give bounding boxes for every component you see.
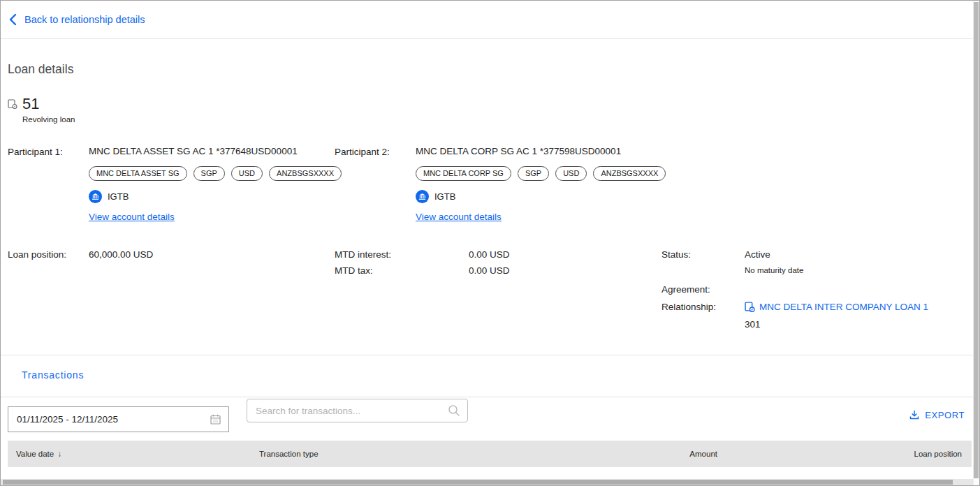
chip-country: SGP [193,166,225,181]
loan-id-value: 51 [22,95,39,112]
chevron-left-icon [9,13,17,26]
download-icon [909,409,920,420]
participant-2-block: Participant 2: MNC DELTA CORP SG AC 1 *3… [335,146,661,223]
loan-details-page: Back to relationship details Loan detail… [0,0,980,486]
participant-2-view-account-link[interactable]: View account details [416,212,502,222]
loan-metrics-row: Loan position: 60,000.00 USD MTD interes… [8,249,979,330]
status-value: Active [745,249,770,260]
page-title: Loan details [8,62,979,77]
chip-bic: ANZBSGSXXXX [269,166,342,181]
vertical-scrollbar-thumb[interactable] [974,2,979,478]
top-bar: Back to relationship details [1,1,979,39]
participant-1-bank-name: IGTB [108,191,129,202]
relationship-document-icon [745,302,755,312]
date-range-input[interactable] [17,414,210,425]
loan-document-icon [8,99,17,109]
column-label: Value date [16,450,54,458]
mtd-tax-value: 0.00 USD [469,265,510,276]
participant-2-label: Participant 2: [335,146,416,223]
participant-1-block: Participant 1: MNC DELTA ASSET SG AC 1 *… [8,146,335,223]
mtd-interest-label: MTD interest: [335,249,469,260]
transactions-search[interactable] [247,399,468,422]
sort-descending-icon: ↓ [57,449,61,459]
vertical-scrollbar[interactable] [973,1,979,485]
participant-2-bank-row: IGTB [416,190,666,203]
column-header-value-date[interactable]: Value date ↓ [8,449,251,459]
horizontal-scrollbar[interactable] [1,479,973,485]
back-link-label: Back to relationship details [24,14,145,25]
loan-position-group: Loan position: 60,000.00 USD [8,249,335,330]
column-header-transaction-type[interactable]: Transaction type [251,450,481,458]
export-button[interactable]: EXPORT [909,406,965,423]
relationship-link[interactable]: MNC DELTA INTER COMPANY LOAN 1 [745,302,928,312]
mtd-group: MTD interest: 0.00 USD MTD tax: 0.00 USD [335,249,661,330]
participant-1-view-account-link[interactable]: View account details [89,212,175,222]
export-label: EXPORT [925,410,965,420]
loan-position-label: Loan position: [8,249,89,330]
tab-transactions[interactable]: Transactions [22,369,84,381]
calendar-icon[interactable] [210,413,221,425]
loan-id-row: 51 [8,95,979,112]
horizontal-scrollbar-thumb[interactable] [3,480,953,485]
status-label: Status: [661,249,745,260]
bank-icon [89,190,102,203]
loan-type-label: Revolving loan [22,115,979,124]
mtd-tax-label: MTD tax: [335,265,469,276]
participants-row: Participant 1: MNC DELTA ASSET SG AC 1 *… [8,146,979,223]
relationship-id: 301 [745,319,761,330]
column-header-loan-position[interactable]: Loan position [726,450,972,458]
participant-2-name: MNC DELTA CORP SG AC 1 *377598USD00001 [416,146,666,156]
column-header-amount[interactable]: Amount [481,450,726,458]
participant-2-chips: MNC DELTA CORP SG SGP USD ANZBSGSXXXX [416,166,666,181]
status-group: Status: Active No maturity date Agreemen… [661,249,979,330]
participant-1-bank-row: IGTB [89,190,342,203]
date-range-picker[interactable] [8,406,229,432]
chip-country: SGP [518,166,549,181]
table-header-row: Value date ↓ Transaction type Amount Loa… [8,441,972,467]
bank-icon [416,190,429,203]
participant-1-chips: MNC DELTA ASSET SG SGP USD ANZBSGSXXXX [89,166,342,181]
chip-currency: USD [555,166,587,181]
back-to-relationship-link[interactable]: Back to relationship details [9,13,145,26]
transactions-filters: EXPORT [1,397,979,439]
search-input[interactable] [256,406,448,416]
relationship-link-label: MNC DELTA INTER COMPANY LOAN 1 [759,302,928,312]
participant-1-name: MNC DELTA ASSET SG AC 1 *377648USD00001 [89,146,342,156]
loan-details-section: Loan details 51 Revolving loan Participa… [1,62,979,330]
maturity-note: No maturity date [745,266,803,274]
loan-position-value: 60,000.00 USD [89,249,153,330]
chip-bic: ANZBSGSXXXX [593,166,666,181]
agreement-label: Agreement: [661,284,745,295]
search-icon[interactable] [448,404,460,417]
relationship-label: Relationship: [661,302,745,312]
mtd-interest-value: 0.00 USD [469,249,510,260]
transactions-header: Transactions [1,355,979,397]
chip-entity: MNC DELTA CORP SG [416,166,511,181]
chip-entity: MNC DELTA ASSET SG [89,166,187,181]
participant-2-bank-name: IGTB [434,191,455,202]
participant-1-label: Participant 1: [8,146,89,223]
chip-currency: USD [231,166,263,181]
